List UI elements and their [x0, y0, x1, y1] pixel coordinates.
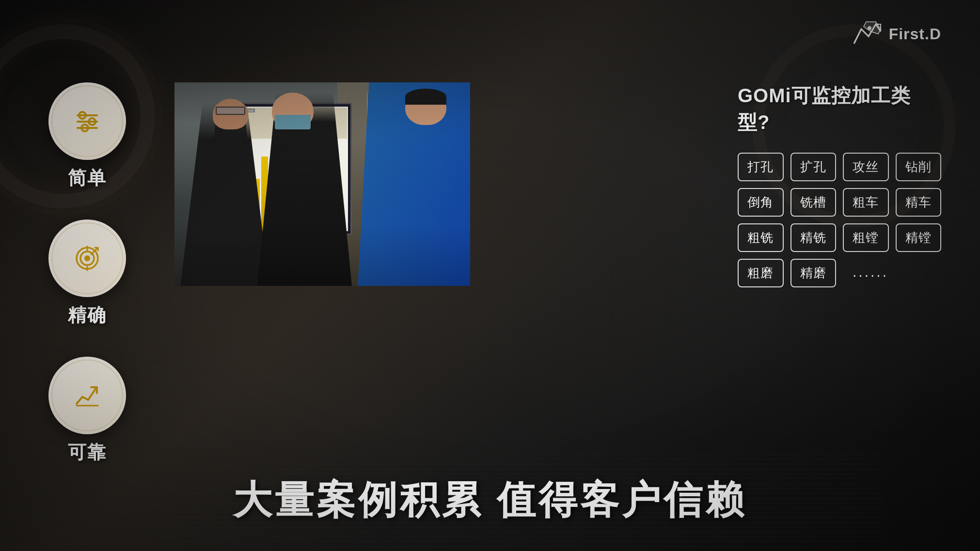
logo-text: First.D — [889, 25, 941, 43]
tag-cutang: 粗镗 — [843, 223, 889, 252]
feature-simple: 简单 — [48, 82, 126, 190]
tag-zuanxiao: 钻削 — [896, 153, 942, 181]
feature-reliable-badge — [48, 357, 126, 434]
tag-more: ...... — [843, 259, 941, 287]
tag-jingmo: 精磨 — [790, 259, 837, 287]
logo: First.D — [849, 19, 941, 48]
svg-point-7 — [81, 125, 88, 131]
chart-up-icon — [73, 382, 102, 409]
tag-daojiao: 倒角 — [738, 188, 784, 217]
feature-simple-badge — [48, 82, 126, 160]
svg-point-8 — [77, 248, 98, 269]
gomi-section-title: GOMi可监控加工类型? — [738, 82, 941, 136]
gomi-section: GOMi可监控加工类型? 打孔 扩孔 攻丝 钻削 倒角 铣槽 粗车 精车 粗铣 … — [738, 82, 941, 287]
feature-simple-label: 简单 — [68, 166, 107, 190]
tag-xicao: 铣槽 — [790, 188, 837, 217]
svg-point-9 — [80, 252, 94, 265]
tag-kuokong: 扩孔 — [790, 153, 837, 181]
tag-cumo: 粗磨 — [738, 259, 784, 287]
tag-daking: 打孔 — [738, 153, 784, 181]
target-icon — [73, 244, 102, 273]
feature-precise-badge — [48, 220, 126, 297]
svg-point-10 — [84, 255, 90, 261]
center-photo: File View Tools — [174, 82, 470, 286]
feature-reliable: 可靠 — [48, 357, 126, 465]
svg-point-3 — [79, 112, 86, 119]
tag-zuche: 粗车 — [843, 188, 889, 217]
bottom-tagline: 大量案例积累 值得客户信赖 — [0, 474, 980, 527]
feature-precise: 精确 — [48, 220, 126, 328]
feature-precise-label: 精确 — [68, 303, 107, 328]
svg-point-5 — [89, 118, 95, 125]
sliders-icon — [73, 108, 102, 135]
tag-jingxi: 精铣 — [790, 223, 837, 252]
tag-gongsi: 攻丝 — [843, 153, 889, 181]
logo-icon — [849, 19, 883, 48]
tag-cuxi: 粗铣 — [738, 223, 784, 252]
feature-reliable-label: 可靠 — [68, 440, 107, 465]
svg-marker-0 — [864, 22, 881, 34]
svg-point-1 — [868, 26, 871, 30]
tag-jingtang: 精镗 — [896, 223, 942, 252]
tags-grid: 打孔 扩孔 攻丝 钻削 倒角 铣槽 粗车 精车 粗铣 精铣 粗镗 精镗 粗磨 精… — [738, 153, 941, 287]
left-features-section: 简单 精确 可靠 — [48, 82, 126, 465]
tag-jingche: 精车 — [896, 188, 942, 217]
photo-scene: File View Tools — [174, 82, 470, 286]
